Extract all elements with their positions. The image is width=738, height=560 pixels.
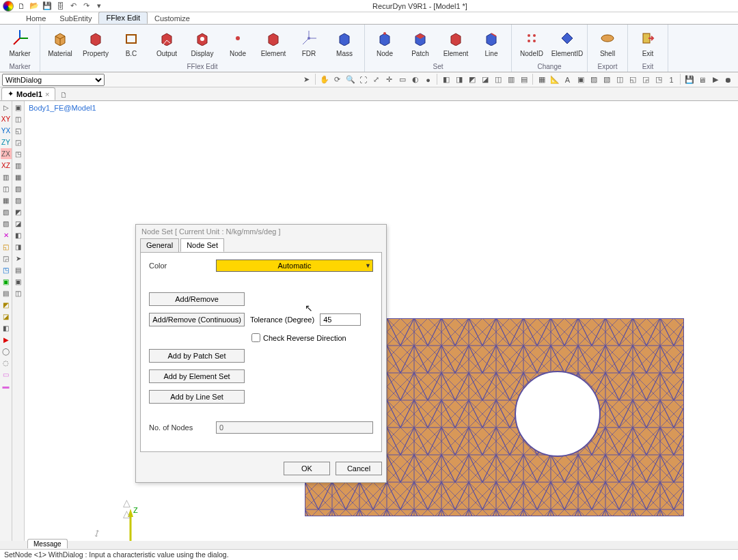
check-reverse-checkbox[interactable] bbox=[251, 333, 260, 342]
select-box-icon[interactable]: ▭ bbox=[396, 74, 408, 85]
vt2-g-icon[interactable]: ▦ bbox=[13, 171, 24, 182]
vt1-box4-icon[interactable]: ▧ bbox=[1, 206, 12, 217]
ribbon-property[interactable]: Property bbox=[80, 27, 111, 63]
layer3-icon[interactable]: ▧ bbox=[601, 74, 612, 85]
layer5-icon[interactable]: ◱ bbox=[627, 74, 638, 85]
vt1-cube6-icon[interactable]: ◩ bbox=[1, 299, 12, 310]
ribbon-fdr[interactable]: FDR bbox=[293, 27, 325, 63]
monitor-icon[interactable]: 🖥 bbox=[696, 74, 708, 85]
qat-dropdown-icon[interactable]: ▾ bbox=[94, 1, 105, 12]
fit-icon[interactable]: ⤢ bbox=[370, 74, 382, 85]
ribbon-display[interactable]: Display bbox=[187, 27, 218, 63]
vt1-zy-icon[interactable]: ZY bbox=[1, 137, 12, 148]
vt1-cube-icon[interactable]: ◱ bbox=[1, 241, 12, 252]
vt2-j-icon[interactable]: ◩ bbox=[13, 206, 24, 217]
vt1-xy-icon[interactable]: XY bbox=[1, 113, 12, 124]
vt1-play-icon[interactable]: ▶ bbox=[1, 334, 12, 345]
ribbon-exit[interactable]: Exit bbox=[632, 27, 664, 63]
ribbon-marker[interactable]: Marker bbox=[4, 27, 36, 63]
ok-button[interactable]: OK bbox=[284, 462, 330, 475]
play-icon[interactable]: ▶ bbox=[709, 74, 721, 85]
vt1-box2-icon[interactable]: ◫ bbox=[1, 183, 12, 194]
vt2-p-icon[interactable]: ◫ bbox=[13, 288, 24, 298]
measure-icon[interactable]: 📐 bbox=[549, 74, 560, 85]
record-icon[interactable]: ⏺ bbox=[722, 74, 734, 85]
new-file-icon[interactable]: 🗋 bbox=[16, 1, 27, 12]
vt2-b-icon[interactable]: ◫ bbox=[13, 113, 24, 124]
vt2-k-icon[interactable]: ◪ bbox=[13, 218, 24, 229]
view-right-icon[interactable]: ◪ bbox=[479, 74, 491, 85]
tab-subentity[interactable]: SubEntity bbox=[53, 13, 98, 24]
ribbon-set-patch[interactable]: Patch bbox=[405, 27, 436, 63]
tab-fflex-edit[interactable]: FFlex Edit bbox=[98, 12, 148, 24]
message-tab[interactable]: Message bbox=[27, 539, 68, 548]
grid-icon[interactable]: ▦ bbox=[536, 74, 547, 85]
vt2-a-icon[interactable]: ▣ bbox=[13, 102, 24, 113]
ribbon-node[interactable]: Node bbox=[222, 27, 254, 63]
vt2-c-icon[interactable]: ◱ bbox=[13, 125, 24, 136]
wireframe-icon[interactable]: ◐ bbox=[409, 74, 421, 85]
vt1-zx-icon[interactable]: ZX bbox=[1, 148, 12, 159]
add-remove-button[interactable]: Add/Remove bbox=[149, 292, 245, 306]
vt2-o-icon[interactable]: ▣ bbox=[13, 276, 24, 287]
add-by-patch-button[interactable]: Add by Patch Set bbox=[149, 349, 245, 363]
mode-select[interactable]: WithDialog bbox=[2, 74, 105, 86]
save-icon[interactable]: 💾 bbox=[42, 1, 53, 12]
vt1-cube7-icon[interactable]: ◪ bbox=[1, 311, 12, 322]
vt1-box1-icon[interactable]: ▥ bbox=[1, 171, 12, 182]
open-file-icon[interactable]: 📂 bbox=[29, 1, 40, 12]
view-bottom-icon[interactable]: ▥ bbox=[505, 74, 517, 85]
vt2-h-icon[interactable]: ▧ bbox=[13, 183, 24, 194]
color-dropdown[interactable]: Automatic ▼ bbox=[216, 260, 373, 272]
undo-icon[interactable]: ↶ bbox=[68, 1, 79, 12]
tolerance-input[interactable] bbox=[320, 313, 361, 326]
vt2-l-icon[interactable]: ◧ bbox=[13, 229, 24, 240]
ribbon-element[interactable]: Element bbox=[258, 27, 289, 63]
save-all-icon[interactable]: 🗄 bbox=[55, 1, 66, 12]
save2-icon[interactable]: 💾 bbox=[683, 74, 695, 85]
dialog-tab-nodeset[interactable]: Node Set bbox=[180, 238, 224, 252]
vt1-cube8-icon[interactable]: ◧ bbox=[1, 322, 12, 333]
vt1-yx-icon[interactable]: YX bbox=[1, 125, 12, 136]
tab-home[interactable]: Home bbox=[19, 13, 53, 24]
tab-customize[interactable]: Customize bbox=[148, 13, 197, 24]
text-icon[interactable]: A bbox=[562, 74, 573, 85]
add-remove-continuous-button[interactable]: Add/Remove (Continuous) bbox=[149, 313, 245, 326]
close-tab-icon[interactable]: × bbox=[45, 90, 49, 98]
ribbon-bc[interactable]: B.C bbox=[115, 27, 147, 63]
vt1-cube3-icon[interactable]: ◳ bbox=[1, 264, 12, 275]
vt1-select-icon[interactable]: ▷ bbox=[1, 102, 12, 113]
canvas[interactable]: Body1_FE@Model1 bbox=[25, 101, 738, 541]
cursor-icon[interactable]: ➤ bbox=[301, 74, 312, 85]
ribbon-set-element[interactable]: Element bbox=[440, 27, 472, 63]
nav-rotate-up-icon[interactable]: ⤢ bbox=[91, 527, 103, 540]
ribbon-output[interactable]: Output bbox=[151, 27, 182, 63]
vt1-box3-icon[interactable]: ▦ bbox=[1, 195, 12, 206]
ribbon-shell[interactable]: Shell bbox=[592, 27, 623, 63]
layer2-icon[interactable]: ▨ bbox=[588, 74, 599, 85]
vt1-cube4-icon[interactable]: ▣ bbox=[1, 276, 12, 287]
vt2-d-icon[interactable]: ◲ bbox=[13, 137, 24, 148]
vt1-rect-icon[interactable]: ▭ bbox=[1, 369, 12, 380]
zoom-window-icon[interactable]: ⛶ bbox=[357, 74, 369, 85]
redo-icon[interactable]: ↷ bbox=[81, 1, 92, 12]
vt1-circle-icon[interactable]: ◯ bbox=[1, 346, 12, 356]
cancel-button[interactable]: Cancel bbox=[336, 462, 382, 475]
ribbon-material[interactable]: Material bbox=[44, 27, 76, 63]
center-icon[interactable]: ✛ bbox=[383, 74, 395, 85]
vt1-cross-icon[interactable]: ✕ bbox=[1, 229, 12, 240]
view-iso-icon[interactable]: ◧ bbox=[440, 74, 452, 85]
add-by-line-button[interactable]: Add by Line Set bbox=[149, 390, 245, 404]
ribbon-nodeid[interactable]: NodeID bbox=[516, 27, 547, 63]
pan-icon[interactable]: ✋ bbox=[318, 74, 330, 85]
ribbon-set-line[interactable]: Line bbox=[476, 27, 507, 63]
vt2-n-icon[interactable]: ▤ bbox=[13, 264, 24, 275]
shade-icon[interactable]: ● bbox=[422, 74, 434, 85]
vt1-xz-icon[interactable]: XZ bbox=[1, 160, 12, 171]
vt1-rect2-icon[interactable]: ▬ bbox=[1, 380, 12, 391]
ribbon-set-node[interactable]: Node bbox=[369, 27, 400, 63]
vt1-cube2-icon[interactable]: ◲ bbox=[1, 253, 12, 264]
vt2-m-icon[interactable]: ◨ bbox=[13, 241, 24, 252]
view-left-icon[interactable]: ▤ bbox=[518, 74, 530, 85]
num-1-icon[interactable]: 1 bbox=[666, 74, 677, 85]
